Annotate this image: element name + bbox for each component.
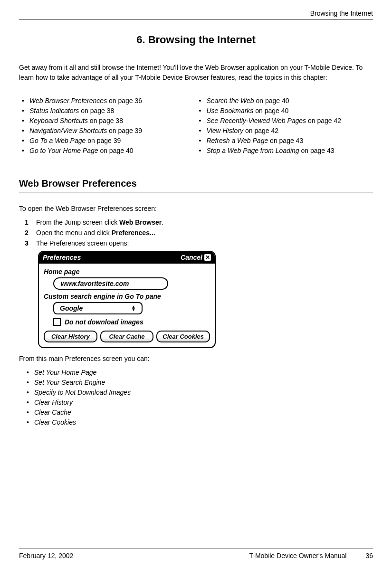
toc-item: Search the Web on page 40 — [196, 97, 373, 104]
step-number: 1 — [25, 218, 36, 226]
list-item: Specify to Not Download Images — [24, 389, 373, 396]
toc-item: Web Browser Preferences on page 36 — [19, 97, 196, 104]
intro-paragraph: Get away from it all and still browse th… — [19, 63, 373, 83]
footer-manual-name: T-Mobile Device Owner's Manual — [249, 552, 346, 560]
list-item: Set Your Home Page — [24, 369, 373, 376]
search-engine-label: Custom search engine in Go To pane — [44, 293, 210, 300]
step: 3 The Preferences screen opens: — [25, 239, 373, 247]
no-images-checkbox-row[interactable]: Do not download images — [53, 318, 210, 326]
dialog-titlebar: Preferences Cancel ✕ — [39, 252, 215, 264]
section-lead: To open the Web Browser Preferences scre… — [19, 204, 373, 214]
homepage-input[interactable]: www.favoritesite.com — [53, 277, 168, 290]
list-item: Clear Cookies — [24, 418, 373, 426]
list-item: Set Your Search Engine — [24, 379, 373, 386]
step-number: 3 — [25, 239, 36, 247]
close-icon[interactable]: ✕ — [204, 254, 211, 261]
clear-history-button[interactable]: Clear History — [44, 331, 97, 342]
toc-item: View History on page 42 — [196, 127, 373, 134]
toc-item: Navigation/View Shortcuts on page 39 — [19, 127, 196, 134]
toc-item: Stop a Web Page from Loading on page 43 — [196, 147, 373, 154]
header-rule — [19, 19, 373, 19]
no-images-label: Do not download images — [65, 318, 143, 326]
after-image-text: From this main Preferences screen you ca… — [19, 354, 373, 364]
chapter-title: 6. Browsing the Internet — [19, 34, 373, 46]
step: 1 From the Jump screen click Web Browser… — [25, 218, 373, 226]
toc-item: Use Bookmarks on page 40 — [196, 107, 373, 114]
list-item: Clear History — [24, 398, 373, 406]
updown-icon: ▲▼ — [131, 305, 136, 311]
table-of-contents: Web Browser Preferences on page 36 Statu… — [19, 95, 373, 157]
section-rule — [19, 192, 373, 192]
step-text: Open the menu and click Preferences... — [36, 229, 155, 237]
search-engine-dropdown[interactable]: Google ▲▼ — [53, 302, 143, 314]
bullet-list: Set Your Home Page Set Your Search Engin… — [24, 369, 373, 426]
step: 2 Open the menu and click Preferences... — [25, 229, 373, 237]
step-number: 2 — [25, 229, 36, 237]
homepage-label: Home page — [44, 268, 210, 275]
step-text: The Preferences screen opens: — [36, 239, 129, 247]
toc-item: Status Indicators on page 38 — [19, 107, 196, 114]
list-item: Clear Cache — [24, 408, 373, 416]
dialog-title: Preferences — [43, 254, 81, 261]
preferences-dialog: Preferences Cancel ✕ Home page www.favor… — [38, 251, 216, 348]
running-head: Browsing the Internet — [19, 9, 373, 17]
footer-page-number: 36 — [365, 552, 373, 560]
toc-item: Refresh a Web Page on page 43 — [196, 137, 373, 144]
footer-date: February 12, 2002 — [19, 552, 73, 560]
toc-item: Go To a Web Page on page 39 — [19, 137, 196, 144]
toc-item: Go to Your Home Page on page 40 — [19, 147, 196, 154]
cancel-button[interactable]: Cancel ✕ — [181, 254, 211, 261]
page-footer: February 12, 2002 T-Mobile Device Owner'… — [19, 549, 373, 560]
toc-item: See Recently-Viewed Web Pages on page 42 — [196, 117, 373, 124]
clear-cache-button[interactable]: Clear Cache — [100, 331, 154, 342]
toc-item: Keyboard Shortcuts on page 38 — [19, 117, 196, 124]
section-title: Web Browser Preferences — [19, 178, 373, 189]
clear-cookies-button[interactable]: Clear Cookies — [156, 331, 210, 342]
step-text: From the Jump screen click Web Browser. — [36, 218, 163, 226]
checkbox-icon[interactable] — [53, 318, 61, 326]
